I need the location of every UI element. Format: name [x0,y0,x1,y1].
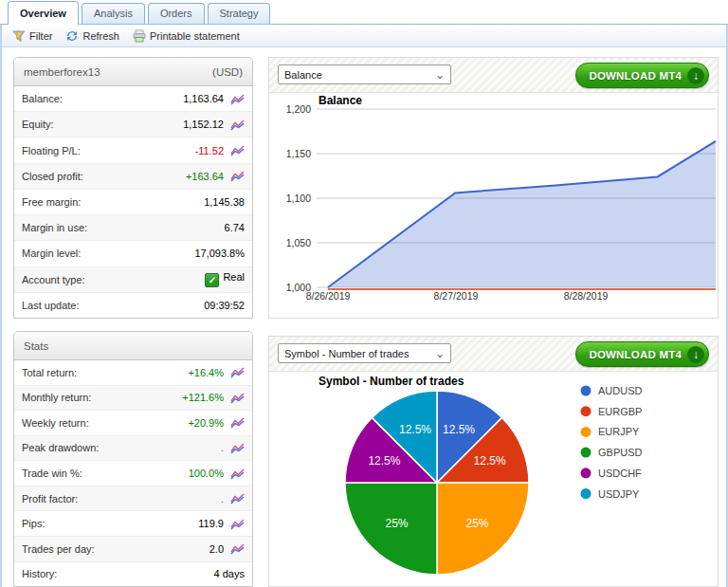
download-mt4-button[interactable]: DOWNLOAD MT4 ↓ [575,341,709,367]
row-value-text: -11.52 [195,145,224,156]
legend-swatch[interactable] [581,406,592,416]
row-label: Profit factor: [22,493,221,504]
row-label: Peak drawdown: [22,442,221,453]
legend-item[interactable]: AUDUSD [598,385,643,396]
row-label: Last update: [22,300,204,311]
mini-chart-icon[interactable] [230,468,245,480]
row-label: Margin level: [22,248,194,259]
row-label: Trade win %: [22,468,189,479]
x-axis-label: 8/26/2019 [306,290,351,302]
filter-button[interactable]: Filter [9,28,55,44]
checkmark-icon: ✓ [205,273,219,287]
legend-swatch[interactable] [581,448,592,458]
row-value-text: 1,152.12 [183,119,224,130]
row-label: History: [22,568,214,579]
download-arrow-icon: ↓ [687,67,704,84]
tab-strategy[interactable]: Strategy [208,3,271,24]
table-row: Floating P/L:-11.52 [14,138,252,163]
stats-panel: Stats Total return:+16.4%Monthly return:… [13,331,253,587]
legend-item[interactable]: GBPUSD [598,447,643,458]
printer-icon [133,29,146,43]
legend-swatch[interactable] [581,468,592,478]
account-panel-header: memberforex13 (USD) [14,58,252,86]
row-value: . [221,442,224,453]
mini-chart-icon[interactable] [230,170,245,182]
table-row: Margin in use:6.74 [14,215,252,241]
table-row: Free margin:1,145.38 [14,190,252,215]
legend-swatch[interactable] [581,427,592,437]
row-value-text: 6.74 [225,222,245,233]
row-value: 09:39:52 [204,300,245,311]
mini-chart-icon[interactable] [230,392,245,404]
mini-chart-icon[interactable] [230,518,245,530]
pie-slice-label: 25% [465,517,488,530]
pie-slice-label: 25% [385,517,408,530]
row-value-text: 119.9 [198,518,224,529]
tab-orders[interactable]: Orders [148,3,205,24]
download-mt4-label: DOWNLOAD MT4 [589,349,682,360]
y-axis-label: 1,100 [286,193,311,204]
legend-swatch[interactable] [581,386,592,396]
row-label: Closed profit: [22,171,186,182]
legend-item[interactable]: EURJPY [598,426,640,437]
table-row: Peak drawdown:. [14,436,252,462]
mini-chart-icon[interactable] [230,144,245,156]
mini-chart-icon[interactable] [230,542,245,555]
row-value-text: 09:39:52 [204,300,245,311]
row-label: Pips: [22,518,198,529]
toolbar: Filter Refresh Printable statement [2,25,726,47]
row-value: . [221,493,224,504]
table-row: Profit factor:. [14,486,252,512]
row-value: ✓Real [205,271,245,287]
row-value-text: Real [223,271,245,283]
refresh-button[interactable]: Refresh [63,28,122,44]
tab-analysis[interactable]: Analysis [82,3,145,24]
chart-title: Balance [318,94,362,107]
x-axis-label: 8/27/2019 [434,290,479,302]
trades-control-bar: Symbol - Number of trades ⌄ DOWNLOAD MT4… [269,337,718,372]
symbol-trades-chart-box: Symbol - Number of trades ⌄ DOWNLOAD MT4… [268,336,719,587]
pie-slice-label: 12.5% [474,454,506,468]
legend-item[interactable]: EURGBP [598,406,642,417]
legend-item[interactable]: USDCHF [598,468,642,479]
download-arrow-icon: ↓ [687,346,704,363]
symbol-trades-pie-chart: Symbol - Number of trades12.5%12.5%25%25… [269,372,718,586]
row-value: 2.0 [209,543,224,555]
legend-item[interactable]: USDJPY [598,488,640,500]
refresh-button-label: Refresh [82,30,119,42]
row-value: +163.64 [186,171,224,182]
mini-chart-icon[interactable] [230,442,245,454]
page-border-left [0,25,2,587]
refresh-icon [65,29,79,43]
trades-chart-select[interactable]: Symbol - Number of trades ⌄ [278,343,451,363]
mini-chart-icon[interactable] [230,119,245,131]
x-axis-label: 8/28/2019 [564,290,609,302]
row-value-text: 1,163.64 [183,93,224,104]
table-row: Trades per day:2.0 [14,537,252,562]
account-summary-panel: memberforex13 (USD) Balance:1,163.64Equi… [13,57,253,319]
row-label: Total return: [22,367,188,378]
download-mt4-button[interactable]: DOWNLOAD MT4 ↓ [575,63,709,88]
row-label: Balance: [22,93,183,104]
y-axis-label: 1,200 [286,103,311,115]
row-value-text: +163.64 [186,171,224,182]
tab-overview[interactable]: Overview [8,1,79,25]
y-axis-label: 1,050 [286,237,311,248]
mini-chart-icon[interactable] [230,492,245,504]
mini-chart-icon[interactable] [230,366,245,378]
row-value: 1,152.12 [183,119,224,130]
mini-chart-icon[interactable] [230,93,245,105]
legend-swatch[interactable] [581,488,592,499]
mini-chart-icon[interactable] [230,416,245,429]
account-panel-rows: Balance:1,163.64Equity:1,152.12Floating … [14,86,252,318]
printable-statement-button[interactable]: Printable statement [130,28,243,44]
balance-chart-select-value: Balance [284,69,322,81]
table-row: Balance:1,163.64 [14,86,252,112]
row-value: 1,145.38 [204,196,245,208]
pie-slice-label: 12.5% [443,423,475,436]
balance-chart-select[interactable]: Balance ⌄ [278,64,451,84]
y-axis-label: 1,150 [286,148,311,159]
row-value: -11.52 [195,145,224,156]
row-value-text: . [221,493,224,504]
row-value: 17,093.8% [194,248,245,259]
